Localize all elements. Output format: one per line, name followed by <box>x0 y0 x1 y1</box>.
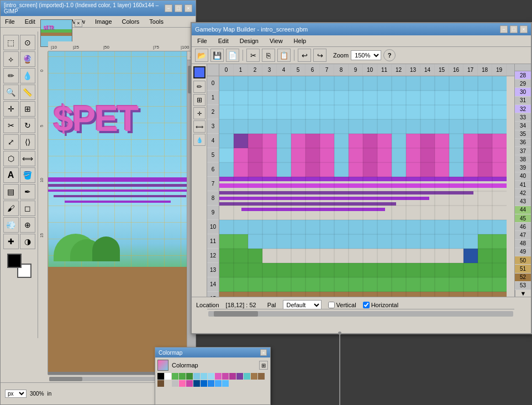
gbm-tool-paste[interactable]: 📋 <box>277 49 291 62</box>
colormap-close-btn[interactable]: × <box>260 349 267 356</box>
colormap-swatch-21[interactable] <box>201 380 207 387</box>
colormap-swatch-17[interactable] <box>172 380 178 387</box>
colormap-swatch-7[interactable] <box>208 373 214 380</box>
tool-clone[interactable]: ⊕ <box>20 217 35 233</box>
colormap-swatch-6[interactable] <box>201 373 207 380</box>
gbm-zoom-select[interactable]: 150% 100% 200% <box>351 50 381 60</box>
colormap-swatch-22[interactable] <box>208 380 214 387</box>
colormap-swatch-4[interactable] <box>186 373 193 380</box>
tool-rotate[interactable]: ↻ <box>20 118 35 133</box>
gbm-vertical-checkbox[interactable] <box>328 302 335 308</box>
gbm-help-btn[interactable]: ? <box>383 49 396 61</box>
colormap-swatch-12[interactable] <box>244 373 250 380</box>
gbm-scrollbar-v-right[interactable]: ▼ <box>515 290 531 297</box>
gimp-unit-select[interactable]: px in mm <box>5 390 27 398</box>
colormap-swatch-2[interactable] <box>172 373 178 380</box>
gbm-min-btn[interactable]: − <box>500 25 508 33</box>
colormap-swatch-24[interactable] <box>222 380 229 387</box>
gbm-scrollbar-h-thumb[interactable] <box>214 311 258 317</box>
gbm-tool-select[interactable]: ⊞ <box>193 94 206 106</box>
gbm-menu-file[interactable]: File <box>195 36 209 45</box>
gbm-vertical-label[interactable]: Vertical <box>328 302 356 308</box>
gbm-tile-selector[interactable] <box>193 66 206 78</box>
gbm-max-btn[interactable]: □ <box>510 25 518 33</box>
gbm-map-svg[interactable] <box>219 76 507 297</box>
tool-scale[interactable]: ⤢ <box>3 134 19 150</box>
tool-airbrush[interactable]: 💨 <box>3 217 19 233</box>
tool-heal[interactable]: ✚ <box>3 234 19 249</box>
colormap-swatch-1[interactable] <box>165 373 171 380</box>
colormap-swatch-19[interactable] <box>186 380 193 387</box>
gbm-tool-undo[interactable]: ↩ <box>298 49 311 62</box>
gbm-tool-flip2[interactable]: ⟺ <box>193 120 206 133</box>
tool-zoom[interactable]: 🔍 <box>3 85 19 100</box>
colormap-swatch-0[interactable] <box>157 373 164 380</box>
gimp-fg-color[interactable] <box>7 254 22 268</box>
gimp-menu-tools[interactable]: Tools <box>147 17 166 26</box>
gbm-tool-save[interactable]: 💾 <box>210 49 224 62</box>
gimp-canvas-area[interactable]: $PET <box>48 51 196 375</box>
gbm-tool-open[interactable]: 📂 <box>195 49 208 62</box>
gbm-menu-help[interactable]: Help <box>292 36 309 45</box>
colormap-expand-btn[interactable]: ⊞ <box>259 361 268 370</box>
tool-free-select[interactable]: ⟡ <box>3 51 19 67</box>
gbm-tool-redo[interactable]: ↪ <box>313 49 326 62</box>
colormap-swatch-5[interactable] <box>193 373 200 380</box>
tool-rectangle-select[interactable]: ⬚ <box>3 35 19 50</box>
tool-flip[interactable]: ⟺ <box>20 151 35 166</box>
gimp-menu-file[interactable]: File <box>3 17 17 26</box>
colormap-swatch-23[interactable] <box>215 380 222 387</box>
colormap-swatch-9[interactable] <box>222 373 229 380</box>
colormap-swatch-13[interactable] <box>251 373 257 380</box>
tool-eraser[interactable]: ◻ <box>20 201 35 216</box>
colormap-swatch-20[interactable] <box>193 380 200 387</box>
gbm-tool-eyedrop[interactable]: 💧 <box>193 134 206 146</box>
colormap-swatch-10[interactable] <box>229 373 236 380</box>
gbm-tool-copy[interactable]: ⎘ <box>262 49 275 62</box>
tool-shear[interactable]: ⟨⟩ <box>20 134 35 150</box>
tool-ellipse-select[interactable]: ⊙ <box>20 35 35 50</box>
gbm-tool-new[interactable]: 📄 <box>226 49 239 62</box>
tool-text[interactable]: A <box>3 167 19 183</box>
tool-fuzzy-select[interactable]: 🔮 <box>20 51 35 67</box>
gbm-horizontal-checkbox[interactable] <box>363 302 370 308</box>
gbm-tool-pencil[interactable]: ✏ <box>193 81 206 93</box>
gbm-pixel-grid[interactable] <box>219 76 507 297</box>
tool-dodge-burn[interactable]: ◑ <box>20 234 35 249</box>
gimp-thumb-close-btn[interactable]: × <box>75 19 82 27</box>
gbm-menu-view[interactable]: View <box>267 36 285 45</box>
gbm-tool-move2[interactable]: ✛ <box>193 107 206 119</box>
gimp-menu-image[interactable]: Image <box>93 17 114 26</box>
gimp-scrollbar-h-thumb[interactable] <box>49 377 82 381</box>
gbm-menu-edit[interactable]: Edit <box>216 36 231 45</box>
gimp-close-btn[interactable]: × <box>185 4 192 12</box>
gimp-menu-edit[interactable]: Edit <box>23 17 38 26</box>
tool-measure[interactable]: 📏 <box>20 85 35 100</box>
gbm-tool-cut[interactable]: ✂ <box>246 49 260 62</box>
gbm-close-btn[interactable]: × <box>520 25 528 33</box>
tool-bucket-fill[interactable]: 🪣 <box>20 167 35 183</box>
tool-perspective[interactable]: ⬡ <box>3 151 19 166</box>
gbm-menu-design[interactable]: Design <box>238 36 261 45</box>
tool-blend[interactable]: ▤ <box>3 184 19 199</box>
tool-pencil[interactable]: ✒ <box>20 184 35 199</box>
colormap-swatch-14[interactable] <box>258 373 265 380</box>
tool-crop[interactable]: ✂ <box>3 118 19 133</box>
tool-align[interactable]: ⊞ <box>20 101 35 117</box>
colormap-swatch-15[interactable] <box>157 380 164 387</box>
gbm-pal-select[interactable]: Default <box>283 300 322 310</box>
gimp-max-btn[interactable]: □ <box>175 4 182 12</box>
tool-move[interactable]: ✛ <box>3 101 19 117</box>
colormap-swatch-8[interactable] <box>215 373 222 380</box>
colormap-swatch-18[interactable] <box>179 380 186 387</box>
tool-paths[interactable]: ✏ <box>3 68 19 83</box>
gimp-min-btn[interactable]: − <box>165 4 172 12</box>
colormap-swatch-11[interactable] <box>236 373 243 380</box>
gimp-menu-colors[interactable]: Colors <box>120 17 142 26</box>
gbm-horizontal-label[interactable]: Horizontal <box>363 302 399 308</box>
colormap-swatch-3[interactable] <box>179 373 186 380</box>
tool-paintbrush[interactable]: 🖌 <box>3 201 19 216</box>
tool-color-pick[interactable]: 💧 <box>20 68 35 83</box>
colormap-swatch-16[interactable] <box>165 380 171 387</box>
gbm-scrollbar-h[interactable] <box>207 309 514 318</box>
